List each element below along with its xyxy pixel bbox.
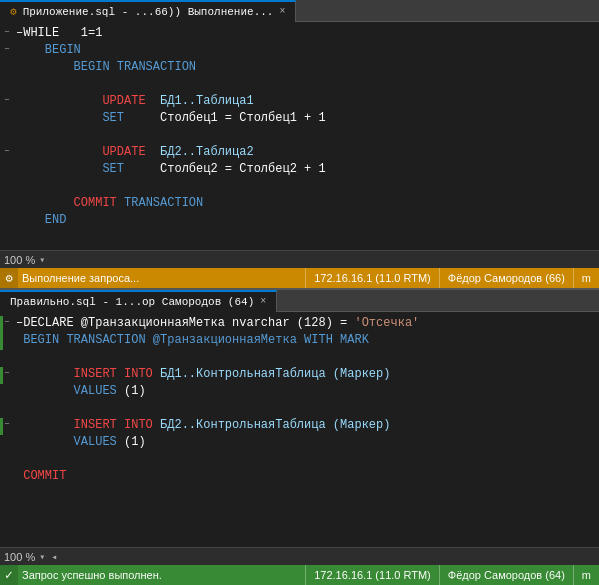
bottom-tab[interactable]: Правильно.sql - 1...ор Самородов (64) × <box>0 290 277 312</box>
green-bar-indicator <box>0 333 3 350</box>
top-zoom-bar: 100 % ▾ <box>0 250 599 268</box>
top-tab-bar: ⚙ Приложение.sql - ...66)) Выполнение...… <box>0 0 599 22</box>
top-tab-label: Приложение.sql - ...66)) Выполнение... <box>23 6 274 18</box>
fold-icon[interactable]: – <box>0 145 14 156</box>
code-line <box>0 401 599 418</box>
bottom-status-bar: ✓ Запрос успешно выполнен. 172.16.16.1 (… <box>0 565 599 585</box>
top-zoom-level: 100 % <box>4 254 35 266</box>
code-line: COMMIT <box>0 469 599 486</box>
code-line: – UPDATE БД2..Таблица2 <box>0 145 599 162</box>
bottom-status-icon: ✓ <box>0 565 18 585</box>
code-line: BEGIN TRANSACTION @ТранзакционнаяМетка W… <box>0 333 599 350</box>
top-zoom-arrow[interactable]: ▾ <box>39 254 45 266</box>
top-status-right: 172.16.16.1 (11.0 RTM) Фёдор Самородов (… <box>305 268 599 288</box>
green-bar-indicator <box>0 367 3 384</box>
line-code-text: UPDATE БД1..Таблица1 <box>14 94 599 108</box>
code-line <box>0 128 599 145</box>
code-line: – INSERT INTO БД1..КонтрольнаяТаблица (М… <box>0 367 599 384</box>
line-code-text: INSERT INTO БД1..КонтрольнаяТаблица (Мар… <box>14 367 599 381</box>
code-line: ––DECLARE @ТранзакционнаяМетка nvarchar … <box>0 316 599 333</box>
code-line: SET Столбец2 = Столбец2 + 1 <box>0 162 599 179</box>
line-code-text: VALUES (1) <box>14 435 599 449</box>
code-line <box>0 452 599 469</box>
code-line: SET Столбец1 = Столбец1 + 1 <box>0 111 599 128</box>
bottom-code-area[interactable]: ––DECLARE @ТранзакционнаяМетка nvarchar … <box>0 312 599 547</box>
line-code-text: –WHILE 1=1 <box>14 26 599 40</box>
code-line: COMMIT TRANSACTION <box>0 196 599 213</box>
line-code-text <box>14 128 599 142</box>
top-status-server: 172.16.16.1 (11.0 RTM) <box>305 268 439 288</box>
code-line <box>0 77 599 94</box>
line-code-text: SET Столбец1 = Столбец1 + 1 <box>14 111 599 125</box>
top-code-content: ––WHILE 1=1– BEGIN BEGIN TRANSACTION – U… <box>0 22 599 234</box>
green-bar-indicator <box>0 316 3 333</box>
line-code-text: SET Столбец2 = Столбец2 + 1 <box>14 162 599 176</box>
code-line: – INSERT INTO БД2..КонтрольнаяТаблица (М… <box>0 418 599 435</box>
code-line: BEGIN TRANSACTION <box>0 60 599 77</box>
top-status-extra: m <box>573 268 599 288</box>
code-line: END <box>0 213 599 230</box>
line-code-text <box>14 452 599 466</box>
top-status-user: Фёдор Самородов (66) <box>439 268 573 288</box>
top-tab[interactable]: ⚙ Приложение.sql - ...66)) Выполнение...… <box>0 0 296 22</box>
line-code-text <box>14 350 599 364</box>
top-code-area[interactable]: ––WHILE 1=1– BEGIN BEGIN TRANSACTION – U… <box>0 22 599 250</box>
line-code-text <box>14 77 599 91</box>
code-line: ––WHILE 1=1 <box>0 26 599 43</box>
top-panel: ⚙ Приложение.sql - ...66)) Выполнение...… <box>0 0 599 290</box>
line-code-text <box>14 179 599 193</box>
bottom-zoom-level: 100 % <box>4 551 35 563</box>
line-code-text: COMMIT TRANSACTION <box>14 196 599 210</box>
bottom-panel: Правильно.sql - 1...ор Самородов (64) × … <box>0 290 599 585</box>
code-line: – BEGIN <box>0 43 599 60</box>
bottom-status-text: Запрос успешно выполнен. <box>18 569 305 581</box>
bottom-tab-label: Правильно.sql - 1...ор Самородов (64) <box>10 296 254 308</box>
fold-icon[interactable]: – <box>0 94 14 105</box>
code-line <box>0 350 599 367</box>
fold-icon[interactable]: – <box>0 43 14 54</box>
top-status-text: Выполнение запроса... <box>18 272 305 284</box>
green-bar-indicator <box>0 418 3 435</box>
bottom-status-user: Фёдор Самородов (64) <box>439 565 573 585</box>
bottom-zoom-bar: 100 % ▾ ◂ <box>0 547 599 565</box>
bottom-status-extra: m <box>573 565 599 585</box>
bottom-code-content: ––DECLARE @ТранзакционнаяМетка nvarchar … <box>0 312 599 490</box>
bottom-tab-bar: Правильно.sql - 1...ор Самородов (64) × <box>0 290 599 312</box>
fold-icon[interactable]: – <box>0 26 14 37</box>
line-code-text: BEGIN <box>14 43 599 57</box>
line-code-text: UPDATE БД2..Таблица2 <box>14 145 599 159</box>
top-tab-icon: ⚙ <box>10 5 17 18</box>
top-tab-close[interactable]: × <box>279 6 285 17</box>
bottom-tab-close[interactable]: × <box>260 296 266 307</box>
bottom-status-server: 172.16.16.1 (11.0 RTM) <box>305 565 439 585</box>
bottom-scroll-left[interactable]: ◂ <box>51 551 57 563</box>
line-code-text: BEGIN TRANSACTION @ТранзакционнаяМетка W… <box>14 333 599 347</box>
line-code-text: END <box>14 213 599 227</box>
code-line: VALUES (1) <box>0 384 599 401</box>
line-code-text: VALUES (1) <box>14 384 599 398</box>
line-code-text: –DECLARE @ТранзакционнаяМетка nvarchar (… <box>14 316 599 330</box>
code-line: – UPDATE БД1..Таблица1 <box>0 94 599 111</box>
code-line: VALUES (1) <box>0 435 599 452</box>
line-code-text: COMMIT <box>14 469 599 483</box>
line-code-text: INSERT INTO БД2..КонтрольнаяТаблица (Мар… <box>14 418 599 432</box>
line-code-text <box>14 401 599 415</box>
top-status-bar: ⚙ Выполнение запроса... 172.16.16.1 (11.… <box>0 268 599 288</box>
code-line <box>0 179 599 196</box>
bottom-zoom-arrow[interactable]: ▾ <box>39 551 45 563</box>
line-code-text: BEGIN TRANSACTION <box>14 60 599 74</box>
bottom-status-right: 172.16.16.1 (11.0 RTM) Фёдор Самородов (… <box>305 565 599 585</box>
top-status-icon: ⚙ <box>0 268 18 288</box>
